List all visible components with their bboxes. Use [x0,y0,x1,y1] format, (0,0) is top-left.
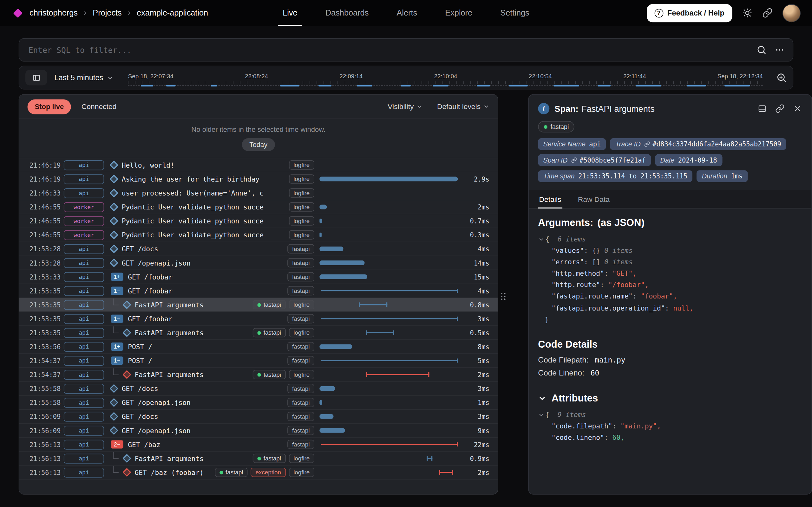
tag-chip-fastapi[interactable]: fastapi [215,468,248,477]
feedback-help-button[interactable]: ? Feedback / Help [647,4,732,22]
fastapi-tag[interactable]: fastapi [538,121,574,132]
open-in-panel-icon[interactable] [758,104,767,113]
expand-toggle-badge[interactable]: 1− [111,356,123,365]
tag-chip-fastapi[interactable]: fastapi [287,440,314,449]
expand-toggle-badge[interactable]: 2− [111,440,123,448]
default-levels-dropdown[interactable]: Default levels [437,102,490,111]
service-tag-api[interactable]: api [64,467,104,477]
tag-chip-logfire[interactable]: logfire [289,300,314,309]
detail-tab-raw-data[interactable]: Raw Data [577,190,611,208]
trace-row[interactable]: 21:46:33apiuser processed: User(name='An… [19,186,498,200]
tag-chip-logfire[interactable]: logfire [289,328,314,337]
tag-chip-logfire[interactable]: logfire [289,230,314,239]
service-tag-worker[interactable]: worker [64,202,104,212]
tag-chip-fastapi[interactable]: fastapi [287,314,314,323]
service-tag-api[interactable]: api [64,188,104,198]
chevron-down-icon[interactable] [538,394,546,402]
meta-pill-trace-id[interactable]: Trace ID#d834c3374dd6fa2e4aa82a55ab21750… [610,138,786,150]
tag-chip-logfire[interactable]: logfire [289,454,314,463]
trace-row[interactable]: 21:46:55workerPydantic User validate_pyt… [19,228,498,242]
trace-row[interactable]: 21:55:58apiGET /docsfastapi3ms [19,382,498,396]
tag-chip-fastapi[interactable]: fastapi [287,384,314,393]
logfire-logo-icon[interactable] [13,8,22,18]
trace-row[interactable]: 21:53:56api1+POST /fastapi8ms [19,340,498,354]
trace-row[interactable]: 21:53:35apiFastAPI argumentsfastapilogfi… [19,298,498,312]
trace-row[interactable]: 21:46:55workerPydantic User validate_pyt… [19,200,498,214]
service-tag-worker[interactable]: worker [64,230,104,240]
tag-chip-fastapi[interactable]: fastapi [287,258,314,268]
tag-chip-fastapi[interactable]: fastapi [252,300,286,309]
service-tag-api[interactable]: api [64,314,104,324]
service-tag-api[interactable]: api [64,426,104,435]
service-tag-api[interactable]: api [64,258,104,268]
trace-row[interactable]: 21:56:13api2−GET /bazfastapi22ms [19,438,498,452]
expand-toggle-badge[interactable]: 1+ [111,273,123,281]
tag-chip-logfire[interactable]: logfire [289,188,314,198]
trace-row[interactable]: 21:56:13apiFastAPI argumentsfastapilogfi… [19,452,498,465]
trace-row[interactable]: 21:46:19apiAsking the user for their bir… [19,172,498,186]
expand-toggle-badge[interactable]: 1− [111,286,123,295]
close-icon[interactable] [793,104,802,113]
tag-chip-fastapi[interactable]: fastapi [287,272,314,281]
tag-chip-fastapi[interactable]: fastapi [287,412,314,421]
tag-chip-fastapi[interactable]: fastapi [287,244,314,253]
copy-link-icon[interactable] [775,104,784,113]
service-tag-api[interactable]: api [64,398,104,407]
json-collapse-toggle[interactable] [538,236,544,243]
tag-chip-exception[interactable]: exception [251,468,286,477]
meta-pill-span-id[interactable]: Span ID#5008bce5f7fe21af [538,154,651,166]
service-tag-api[interactable]: api [64,300,104,309]
stop-live-button[interactable]: Stop live [28,99,71,114]
trace-row[interactable]: 21:53:28apiGET /docsfastapi4ms [19,242,498,256]
trace-row[interactable]: 21:53:33api1+GET /foobarfastapi15ms [19,270,498,284]
trace-row[interactable]: 21:46:19apiHello, world!logfire [19,158,498,172]
nav-tab-live[interactable]: Live [269,0,311,26]
zoom-in-icon[interactable] [776,72,786,83]
service-tag-api[interactable]: api [64,328,104,337]
trace-row[interactable]: 21:53:35api1−GET /foobarfastapi4ms [19,284,498,298]
trace-row[interactable]: 21:54:37api1−POST /fastapi5ms [19,354,498,368]
trace-row[interactable]: 21:54:37apiFastAPI argumentsfastapilogfi… [19,368,498,382]
nav-tab-dashboards[interactable]: Dashboards [311,0,383,26]
trace-row[interactable]: 21:53:35apiFastAPI argumentsfastapilogfi… [19,326,498,340]
nav-tab-explore[interactable]: Explore [431,0,486,26]
breadcrumb-item[interactable]: Projects [93,8,121,17]
trace-row[interactable]: 21:53:35api1−GET /foobarfastapi3ms [19,312,498,326]
service-tag-api[interactable]: api [64,160,104,170]
tag-chip-logfire[interactable]: logfire [289,202,314,211]
expand-toggle-badge[interactable]: 1+ [111,343,123,351]
time-range-selector[interactable]: Last 5 minutes [54,73,113,82]
tag-chip-logfire[interactable]: logfire [289,160,314,170]
expand-toggle-badge[interactable]: 1− [111,315,123,323]
trace-row[interactable]: 21:53:28apiGET /openapi.jsonfastapi14ms [19,256,498,270]
tag-chip-fastapi[interactable]: fastapi [287,342,314,351]
service-tag-api[interactable]: api [64,342,104,351]
tag-chip-fastapi[interactable]: fastapi [287,356,314,365]
service-tag-api[interactable]: api [64,412,104,421]
visibility-dropdown[interactable]: Visibility [388,102,422,111]
breadcrumb-item[interactable]: example-application [137,8,208,17]
theme-toggle-icon[interactable] [742,8,753,18]
service-tag-api[interactable]: api [64,453,104,463]
trace-row[interactable]: 21:56:09apiGET /openapi.jsonfastapi9ms [19,424,498,438]
service-tag-api[interactable]: api [64,384,104,394]
tag-chip-fastapi[interactable]: fastapi [287,398,314,407]
service-tag-worker[interactable]: worker [64,216,104,226]
trace-row[interactable]: 21:56:13apiGET /baz (foobar)fastapiexcep… [19,465,498,480]
tag-chip-fastapi[interactable]: fastapi [252,454,286,463]
search-icon[interactable] [757,45,766,55]
trace-row[interactable]: 21:46:55workerPydantic User validate_pyt… [19,214,498,228]
tag-chip-logfire[interactable]: logfire [289,174,314,183]
timeline[interactable]: Sep 18, 22:07:3422:08:2422:09:1422:10:04… [128,70,763,86]
sql-filter-input[interactable] [28,45,749,55]
nav-tab-settings[interactable]: Settings [486,0,543,26]
service-tag-api[interactable]: api [64,370,104,380]
more-options-icon[interactable] [774,45,784,55]
trace-row[interactable]: 21:56:09apiGET /docsfastapi3ms [19,410,498,424]
service-tag-api[interactable]: api [64,355,104,365]
share-link-icon[interactable] [762,8,773,18]
tag-chip-fastapi[interactable]: fastapi [287,426,314,435]
sidebar-toggle-button[interactable] [26,70,47,85]
trace-row[interactable]: 21:55:58apiGET /openapi.jsonfastapi1ms [19,396,498,410]
tag-chip-logfire[interactable]: logfire [289,370,314,379]
